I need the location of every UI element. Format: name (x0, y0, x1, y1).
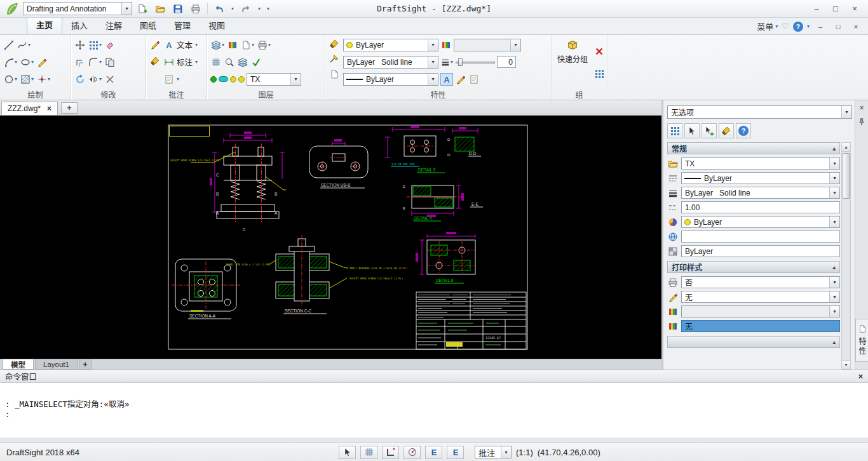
chevron-down-icon[interactable]: ▾ (428, 39, 438, 51)
tab-manage[interactable]: 管理 (165, 17, 200, 34)
prop-lineweight-combo[interactable]: ByLayer Solid line ▾ (681, 187, 840, 199)
print-button[interactable] (188, 1, 203, 17)
help-dropdown-icon[interactable]: ▾ (807, 23, 810, 29)
customize-toolbar-icon[interactable]: ▾ (265, 1, 271, 17)
redo-button[interactable] (238, 1, 254, 17)
arc-tool-button[interactable]: ▾ (3, 57, 18, 68)
ellipse-tool-button[interactable]: ▾ (20, 57, 34, 68)
document-tab-zzz[interactable]: ZZZ.dwg* × (1, 102, 58, 115)
prop-print-combo[interactable]: 否 ▾ (681, 276, 840, 288)
chevron-down-icon[interactable]: ▾ (829, 217, 839, 227)
prop-hyperlink-field[interactable] (681, 230, 840, 243)
layer-states-button[interactable]: ▾ (240, 39, 255, 51)
chevron-down-icon[interactable]: ▾ (501, 446, 511, 458)
undo-button[interactable] (212, 1, 227, 17)
color-palette-icon[interactable] (440, 39, 452, 51)
doc-close-button[interactable]: × (849, 21, 863, 32)
layer-lamp-icon[interactable] (238, 76, 245, 83)
chevron-down-icon[interactable]: ▾ (829, 277, 839, 288)
chevron-down-icon[interactable]: ▾ (252, 42, 254, 48)
workspace-selector[interactable]: Drafting and Annotation ▾ (23, 2, 132, 15)
new-document-tab-button[interactable]: + (61, 102, 78, 114)
section-partial-header[interactable]: ▴ (667, 336, 840, 348)
chevron-down-icon[interactable]: ▾ (195, 59, 198, 65)
layer-merge-button[interactable] (237, 57, 248, 68)
chevron-down-icon[interactable]: ▾ (829, 291, 839, 302)
prop-transparency-field[interactable]: ByLayer (681, 245, 840, 257)
add-selection-button[interactable] (702, 123, 717, 138)
layer-unlock-icon[interactable] (230, 76, 236, 83)
line-weight-icon[interactable]: ▾ (440, 57, 454, 67)
undo-dropdown-icon[interactable]: ▾ (229, 1, 236, 17)
tab-annotate[interactable]: 注解 (97, 17, 131, 34)
edit-annotation-icon[interactable] (149, 39, 161, 50)
hatch-tool-button[interactable]: ▾ (20, 74, 34, 85)
chevron-down-icon[interactable]: ▾ (31, 59, 34, 65)
chevron-down-icon[interactable]: ▾ (15, 76, 17, 82)
palette-close-icon[interactable]: × (857, 103, 867, 113)
annotation-scale-toggle[interactable] (440, 73, 453, 86)
line-weight-combo[interactable]: ByLayer Solid line ▾ (343, 56, 438, 69)
tab-layout1[interactable]: Layout1 (35, 359, 78, 370)
ortho-toggle-button[interactable] (382, 446, 399, 459)
select-elements-button[interactable] (667, 123, 682, 138)
annotation-scale-combo[interactable]: 批注 ▾ (475, 446, 512, 458)
tab-home[interactable]: 主页 (27, 15, 62, 34)
match-properties-icon[interactable] (329, 53, 340, 65)
chevron-down-icon[interactable]: ▾ (829, 187, 839, 198)
slider-handle[interactable] (458, 58, 463, 66)
chevron-down-icon[interactable]: ▾ (268, 42, 271, 48)
pin-icon[interactable] (857, 117, 867, 127)
doc-restore-button[interactable]: □ (831, 21, 845, 32)
command-window-header[interactable]: 命令窗口 × (0, 370, 868, 383)
dimension-button[interactable]: 标注 ▾ (164, 53, 198, 70)
chevron-down-icon[interactable]: ▾ (121, 3, 132, 15)
esnap-toggle-button[interactable] (425, 446, 442, 459)
chevron-down-icon[interactable]: ▾ (99, 76, 102, 82)
save-button[interactable] (170, 1, 186, 17)
chevron-down-icon[interactable]: ▾ (428, 74, 438, 85)
erase-tool-button[interactable] (104, 39, 116, 51)
drawing-canvas[interactable]: SOCKET HEAD SCREW 1/4-20x1 (4 PL) C B A … (0, 116, 661, 359)
properties-side-tab[interactable]: 特性 (855, 319, 868, 362)
offset-tool-button[interactable] (74, 57, 86, 68)
new-file-button[interactable] (135, 1, 150, 17)
line-style-combo[interactable]: ByLayer ▾ (343, 73, 438, 86)
properties-sheet-icon[interactable] (329, 69, 340, 80)
move-tool-button[interactable] (74, 39, 86, 51)
spline-tool-button[interactable]: ▾ (17, 39, 31, 51)
selection-filter-combo[interactable]: 无选项 ▾ (667, 105, 852, 119)
layers-manager-button[interactable]: ▾ (210, 39, 225, 51)
prop-print-style-combo[interactable]: 无 ▾ (681, 291, 840, 303)
collapse-icon[interactable]: ▴ (832, 339, 836, 345)
open-file-button[interactable] (153, 1, 168, 17)
property-paint-button[interactable] (719, 123, 734, 138)
scroll-down-icon[interactable]: ▼ (842, 360, 850, 369)
transparency-value-field[interactable]: 0 (497, 56, 516, 68)
chevron-down-icon[interactable]: ▾ (829, 173, 839, 184)
edit-group-button[interactable] (593, 68, 605, 79)
line-tool-button[interactable] (3, 39, 15, 51)
menu-button[interactable]: 菜单 ▾ (757, 20, 778, 32)
chevron-down-icon[interactable]: ▾ (195, 42, 198, 48)
chevron-down-icon[interactable]: ▾ (841, 106, 851, 118)
tab-insert[interactable]: 插入 (62, 17, 97, 34)
prop-print-table-field[interactable]: 无 (681, 320, 840, 332)
chevron-down-icon[interactable]: ▾ (829, 158, 839, 169)
grid-toggle-button[interactable] (360, 446, 377, 459)
scrollbar-thumb[interactable] (843, 153, 850, 199)
tab-view[interactable]: 视图 (200, 17, 234, 34)
help-button[interactable]: ? (793, 22, 803, 32)
chevron-down-icon[interactable]: ▾ (222, 42, 224, 48)
layer-apply-button[interactable] (250, 57, 262, 68)
favorites-heart-icon[interactable]: ♡ (782, 22, 789, 31)
layer-thaw-icon[interactable] (219, 76, 228, 82)
selection-mode-button[interactable] (339, 446, 356, 459)
sketch-tool-button[interactable] (36, 57, 48, 68)
ungroup-button[interactable] (593, 46, 605, 57)
property-painter-icon[interactable] (329, 38, 340, 50)
point-tool-button[interactable]: ▾ (36, 74, 51, 85)
chevron-down-icon[interactable]: ▾ (451, 59, 453, 65)
select-cursor-button[interactable] (684, 123, 700, 138)
redo-dropdown-icon[interactable]: ▾ (256, 1, 262, 17)
